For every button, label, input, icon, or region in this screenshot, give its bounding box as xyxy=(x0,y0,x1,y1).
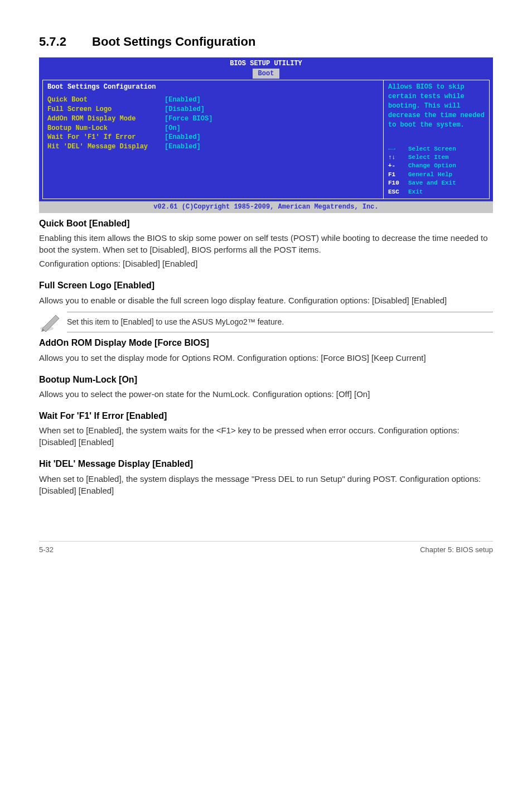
section-number: 5.7.2 xyxy=(39,33,66,51)
bios-row-value: [Enabled] xyxy=(165,95,201,105)
bios-help-panel: Allows BIOS to skip certain tests while … xyxy=(384,80,490,199)
page-footer: 5-32 Chapter 5: BIOS setup xyxy=(39,541,493,555)
bios-settings-panel: Boot Settings Configuration Quick Boot [… xyxy=(42,80,384,199)
key-desc: General Help xyxy=(408,171,452,179)
pencil-note-icon xyxy=(39,312,67,332)
body-text: When set to [Enabled], the system displa… xyxy=(39,473,493,496)
bios-row-label: Quick Boot xyxy=(47,95,165,105)
bios-row-label: Wait For 'F1' If Error xyxy=(47,133,165,142)
note-block: Set this item to [Enabled] to use the AS… xyxy=(39,312,493,333)
key-desc: Select Item xyxy=(408,153,449,162)
bios-copyright: v02.61 (C)Copyright 1985-2009, American … xyxy=(39,201,493,213)
key-symbol: +- xyxy=(388,162,408,170)
bios-row: Wait For 'F1' If Error [Enabled] xyxy=(47,133,379,142)
key-desc: Save and Exit xyxy=(408,179,456,187)
chapter-label: Chapter 5: BIOS setup xyxy=(420,545,493,555)
heading-quick-boot: Quick Boot [Enabled] xyxy=(39,218,493,230)
bios-row-value: [Enabled] xyxy=(165,142,201,152)
note-text: Set this item to [Enabled] to use the AS… xyxy=(67,312,493,333)
page-number: 5-32 xyxy=(39,545,54,555)
key-desc: Select Screen xyxy=(408,145,456,153)
body-text: Allows you to select the power-on state … xyxy=(39,388,493,400)
heading-hit-del: Hit 'DEL' Message Display [Enabled] xyxy=(39,458,493,470)
bios-row: Bootup Num-Lock [On] xyxy=(47,124,379,133)
body-text: Enabling this item allows the BIOS to sk… xyxy=(39,232,493,255)
bios-row-value: [Force BIOS] xyxy=(165,114,212,124)
key-symbol: F10 xyxy=(388,179,408,187)
bios-row-value: [Enabled] xyxy=(165,133,201,142)
key-symbol: F1 xyxy=(388,171,408,179)
bios-panel-header: Boot Settings Configuration xyxy=(47,83,379,92)
body-text: Allows you to enable or disable the full… xyxy=(39,294,493,306)
bios-key-legend: ←→Select Screen ↑↓Select Item +-Change O… xyxy=(388,145,485,196)
key-symbol: ESC xyxy=(388,188,408,196)
heading-full-screen-logo: Full Screen Logo [Enabled] xyxy=(39,279,493,292)
key-desc: Change Option xyxy=(408,162,456,170)
bios-row-value: [Disabled] xyxy=(165,105,205,114)
bios-row: Hit 'DEL' Message Display [Enabled] xyxy=(47,142,379,152)
key-symbol: ↑↓ xyxy=(388,153,408,162)
bios-title: BIOS SETUP UTILITY xyxy=(39,57,493,69)
bios-row: Quick Boot [Enabled] xyxy=(47,95,379,105)
key-desc: Exit xyxy=(408,188,423,196)
body-text: When set to [Enabled], the system waits … xyxy=(39,424,493,448)
bios-row-label: Full Screen Logo xyxy=(47,105,165,114)
section-heading: 5.7.2 Boot Settings Configuration xyxy=(39,33,493,51)
heading-wait-f1: Wait For 'F1' If Error [Enabled] xyxy=(39,410,493,422)
bios-row-label: AddOn ROM Display Mode xyxy=(47,114,165,124)
section-title: Boot Settings Configuration xyxy=(92,35,255,49)
body-text: Allows you to set the display mode for O… xyxy=(39,352,493,364)
key-symbol: ←→ xyxy=(388,145,408,153)
bios-help-text: Allows BIOS to skip certain tests while … xyxy=(388,83,485,129)
bios-screen: BIOS SETUP UTILITY Boot Boot Settings Co… xyxy=(39,57,493,213)
bios-row-label: Hit 'DEL' Message Display xyxy=(47,142,165,152)
heading-addon-rom: AddOn ROM Display Mode [Force BIOS] xyxy=(39,337,493,349)
bios-row: AddOn ROM Display Mode [Force BIOS] xyxy=(47,114,379,124)
bios-row-value: [On] xyxy=(165,124,181,133)
body-text: Configuration options: [Disabled] [Enabl… xyxy=(39,258,493,269)
bios-tab-boot: Boot xyxy=(253,69,279,79)
bios-row-label: Bootup Num-Lock xyxy=(47,124,165,133)
bios-row: Full Screen Logo [Disabled] xyxy=(47,105,379,114)
heading-numlock: Bootup Num-Lock [On] xyxy=(39,374,493,386)
